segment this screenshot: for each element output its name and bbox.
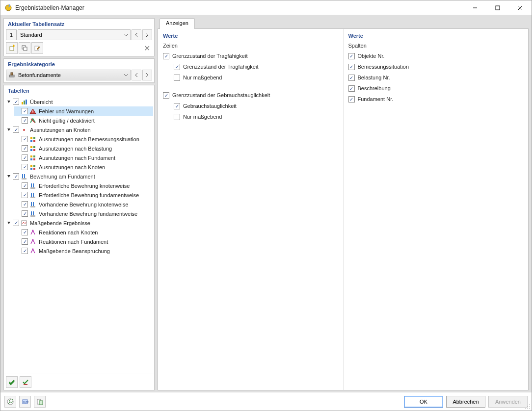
tree-item[interactable]: Erforderliche Bewehrung fundamentweise <box>14 190 153 200</box>
tree-checkbox[interactable] <box>13 127 19 133</box>
zeilen-item-label: Nur maßgebend <box>183 114 222 120</box>
tree-item[interactable]: Ausnutzungen nach Fundament <box>14 153 153 162</box>
checkbox[interactable] <box>348 75 355 81</box>
checkbox[interactable] <box>174 114 180 120</box>
minimize-button[interactable] <box>464 0 486 15</box>
tree-item[interactable]: Vorhandene Bewehrung knotenweise <box>14 200 153 209</box>
checkbox[interactable] <box>174 64 180 70</box>
tree-checkbox[interactable] <box>13 220 19 226</box>
category-next-button[interactable] <box>142 70 152 80</box>
tree-group[interactable]: Maßgebende Ergebnisse <box>5 218 153 228</box>
tree-checkbox[interactable] <box>22 145 28 152</box>
tree-item[interactable]: Reaktionen nach Fundament <box>14 237 153 246</box>
uncheck-all-button[interactable] <box>20 376 31 388</box>
zeilen-item[interactable]: Nur maßgebend <box>163 111 338 122</box>
expand-icon[interactable] <box>6 100 12 104</box>
tree-checkbox[interactable] <box>22 238 28 245</box>
checkbox[interactable] <box>348 85 355 92</box>
cancel-button[interactable]: Abbrechen <box>446 396 485 408</box>
checkbox[interactable] <box>348 53 355 59</box>
tree-label: Maßgebende Beanspruchung <box>38 248 110 254</box>
window-title: Ergebnistabellen-Manager <box>15 4 464 11</box>
spalten-item[interactable]: Fundament Nr. <box>348 94 524 104</box>
zeilen-item[interactable]: Nur maßgebend <box>163 72 338 83</box>
tree-checkbox[interactable] <box>22 164 28 170</box>
tree-item[interactable]: Nicht gültig / deaktiviert <box>14 116 153 125</box>
delete-button[interactable]: ✕ <box>141 43 152 53</box>
spalten-item-label: Bemessungssituation <box>358 64 409 70</box>
spalten-item[interactable]: Belastung Nr. <box>348 72 524 83</box>
checkbox[interactable] <box>163 92 169 99</box>
spalten-item[interactable]: Bemessungssituation <box>348 61 524 72</box>
close-button[interactable] <box>509 0 532 15</box>
tree-group[interactable]: Übersicht <box>5 97 153 106</box>
tablesset-combo[interactable]: Standard <box>18 29 131 40</box>
tree-item[interactable]: Maßgebende Beanspruchung <box>14 246 153 256</box>
copy-button[interactable] <box>19 42 30 54</box>
edit-button[interactable] <box>31 42 43 54</box>
zeilen-item-label: Grenzzustand der Tragfähigkeit <box>183 64 258 70</box>
tree-checkbox[interactable] <box>22 248 28 254</box>
tree-item[interactable]: Ausnutzungen nach Knoten <box>14 162 153 172</box>
tree-item[interactable]: Reaktionen nach Knoten <box>14 228 153 237</box>
zeilen-item[interactable]: Gebrauchstauglichkeit <box>163 101 338 111</box>
tree-item[interactable]: Ausnutzungen nach Bemessungssituation <box>14 134 153 144</box>
tree-checkbox[interactable] <box>22 201 28 207</box>
maximize-button[interactable] <box>486 0 509 15</box>
tree-checkbox[interactable] <box>22 182 28 189</box>
category-combo[interactable]: Betonfundamente <box>6 70 131 80</box>
tree[interactable]: ÜbersichtFehler und WarnungenNicht gülti… <box>4 96 154 374</box>
tablesset-prev-button[interactable] <box>132 29 141 40</box>
check-all-button[interactable] <box>6 376 18 388</box>
zeilen-group[interactable]: Grenzzustand der Gebrauchstauglichkeit <box>163 90 338 101</box>
export-button[interactable] <box>34 396 46 408</box>
svg-rect-37 <box>22 178 27 180</box>
tree-checkbox[interactable] <box>22 117 28 124</box>
zeilen-group[interactable]: Grenzzustand der Tragfähigkeit <box>163 51 338 61</box>
tree-checkbox[interactable] <box>22 154 28 161</box>
tree-checkbox[interactable] <box>13 99 19 105</box>
tree-checkbox[interactable] <box>13 173 19 180</box>
tree-checkbox[interactable] <box>22 210 28 217</box>
gov-icon <box>20 219 28 227</box>
checkbox[interactable] <box>348 96 355 103</box>
spalten-item[interactable]: Beschreibung <box>348 83 524 94</box>
expand-icon[interactable] <box>6 175 12 179</box>
tree-item[interactable]: Ausnutzungen nach Belastung <box>14 144 153 153</box>
tree-group[interactable]: Bewehrung am Fundament <box>5 172 153 181</box>
tree-item[interactable]: Vorhandene Bewehrung fundamentweise <box>14 209 153 218</box>
apply-button[interactable]: Anwenden <box>488 396 528 408</box>
resize-grip-icon[interactable] <box>525 404 531 410</box>
checkbox[interactable] <box>174 75 180 81</box>
svg-point-66 <box>527 408 528 409</box>
tablesset-number[interactable]: 1 <box>6 29 17 40</box>
category-prev-button[interactable] <box>132 70 141 80</box>
tree-item[interactable]: Erforderliche Bewehrung knotenweise <box>14 181 153 190</box>
svg-rect-8 <box>24 47 27 51</box>
tree-checkbox[interactable] <box>22 192 28 198</box>
svg-point-63 <box>527 406 528 407</box>
expand-icon[interactable] <box>6 128 12 132</box>
new-button[interactable] <box>6 42 18 54</box>
spalten-item[interactable]: Objekte Nr. <box>348 51 524 61</box>
zeilen-item[interactable]: Grenzzustand der Tragfähigkeit <box>163 61 338 72</box>
expand-icon[interactable] <box>6 221 12 225</box>
tablesset-next-button[interactable] <box>142 29 152 40</box>
tree-label: Maßgebende Ergebnisse <box>29 220 90 226</box>
tree-checkbox[interactable] <box>22 136 28 142</box>
help-button[interactable] <box>4 396 16 408</box>
tree-group[interactable]: Ausnutzungen an Knoten <box>5 125 153 134</box>
ok-button[interactable]: OK <box>404 396 443 408</box>
tree-label: Nicht gültig / deaktiviert <box>38 118 95 124</box>
checkbox[interactable] <box>174 103 180 109</box>
checkbox[interactable] <box>348 64 355 70</box>
tree-checkbox[interactable] <box>22 229 28 235</box>
checkbox[interactable] <box>163 53 169 59</box>
tab-anzeigen[interactable]: Anzeigen <box>160 18 195 29</box>
tree-item[interactable]: Fehler und Warnungen <box>14 106 153 116</box>
util-icon <box>29 163 37 171</box>
rebar-icon <box>29 210 37 218</box>
tree-checkbox[interactable] <box>22 108 28 114</box>
units-button[interactable]: 0,00 <box>19 396 31 408</box>
svg-rect-10 <box>9 75 14 77</box>
